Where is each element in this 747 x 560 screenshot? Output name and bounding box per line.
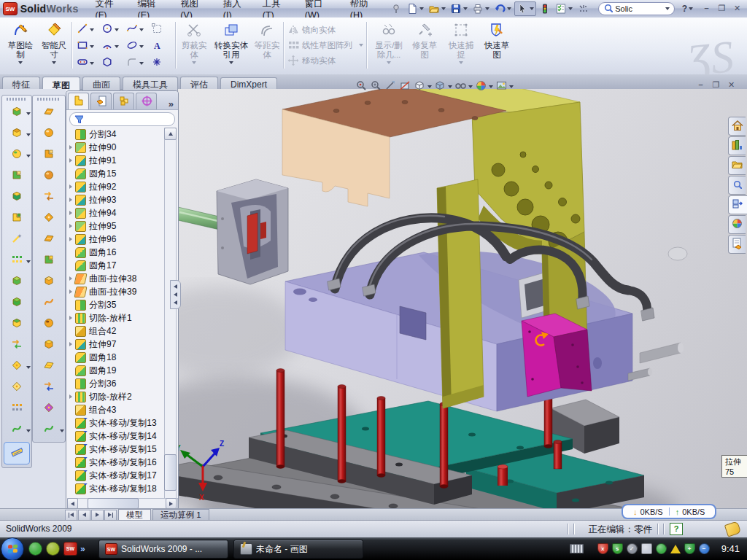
ribbon-button-镜向实体[interactable]: 镜向实体	[287, 23, 363, 36]
tree-item-实体-移动/复制14[interactable]: 实体-移动/复制14	[68, 429, 165, 443]
ellipse-icon-caret[interactable]	[139, 45, 144, 48]
zoom-to-fit-icon[interactable]	[355, 79, 368, 94]
线性草图阵列-caret[interactable]	[359, 44, 363, 47]
view-orientation-icon-caret[interactable]	[427, 85, 432, 88]
print-icon[interactable]	[471, 2, 491, 15]
ribbon-button-智能尺寸[interactable]: 智能尺寸	[38, 20, 70, 70]
print-icon-caret[interactable]	[485, 7, 489, 10]
model-tab-运动算例 1[interactable]: 运动算例 1	[152, 509, 209, 521]
design-library-icon[interactable]	[728, 136, 746, 155]
ribbon-button-草图绘制[interactable]: 草图绘制	[4, 20, 36, 70]
ribbon-button-显示/删除几...[interactable]: 显示/删除几...	[371, 20, 407, 70]
tree-item-曲面-拉伸38[interactable]: 曲面-拉伸38	[68, 272, 165, 285]
features-toolbar-tool-12[interactable]	[2, 335, 31, 356]
features-toolbar-tool-9[interactable]	[2, 271, 31, 292]
expand-arrow-icon[interactable]	[68, 211, 74, 215]
expand-arrow-icon[interactable]	[68, 237, 74, 241]
tree-item-分割34[interactable]: 分割34	[68, 128, 165, 141]
graphics-viewport[interactable]: Y Z X 拉伸75	[177, 89, 747, 508]
save-icon[interactable]	[449, 2, 469, 15]
open-icon-caret[interactable]	[441, 7, 446, 10]
dimxpertmanager-icon[interactable]	[136, 93, 157, 109]
display-style-icon[interactable]	[433, 79, 453, 94]
tab-scroll-button-2[interactable]	[78, 510, 90, 521]
expand-arrow-icon[interactable]	[68, 145, 74, 149]
rebuild-traffic-light-icon[interactable]	[538, 2, 552, 15]
select-cursor-icon-caret[interactable]	[530, 7, 534, 10]
line-icon[interactable]	[74, 22, 99, 37]
save-icon-caret[interactable]	[463, 7, 468, 10]
ribbon-button-剪裁实体[interactable]: 剪裁实体	[178, 20, 210, 70]
arc-icon-caret[interactable]	[115, 45, 119, 48]
expand-arrow-icon[interactable]	[68, 184, 74, 189]
appearances-icon[interactable]	[474, 79, 494, 94]
zoom-to-area-icon[interactable]	[369, 79, 383, 94]
tool-caret[interactable]	[26, 429, 31, 432]
tag-icon[interactable]	[724, 521, 741, 537]
tree-item-分割36[interactable]: 分割36	[68, 377, 165, 390]
rectangle-icon[interactable]	[74, 39, 99, 54]
features-toolbar-tool-7[interactable]	[2, 229, 31, 250]
hscroll-left-button[interactable]	[67, 498, 78, 509]
features-toolbar-tool-3[interactable]	[2, 144, 31, 166]
doc-minimize-button[interactable]: –	[694, 80, 707, 90]
tree-item-圆角18[interactable]: 圆角18	[68, 351, 165, 364]
line-icon-caret[interactable]	[90, 28, 94, 31]
features-toolbar-grip[interactable]	[7, 98, 27, 101]
剪裁实体-caret[interactable]	[192, 61, 196, 64]
panel-splitter-handle[interactable]	[170, 280, 181, 309]
tree-item-拉伸90[interactable]: 拉伸90	[68, 141, 165, 154]
转换实体引用-caret[interactable]	[229, 61, 233, 64]
apply-scene-icon-caret[interactable]	[509, 85, 514, 88]
vscroll-thumb[interactable]	[164, 454, 177, 491]
tree-item-拉伸93[interactable]: 拉伸93	[68, 193, 165, 206]
vscroll-up-button[interactable]	[164, 128, 177, 140]
start-button[interactable]	[1, 537, 24, 560]
expand-arrow-icon[interactable]	[68, 158, 74, 163]
features-toolbar-tool-15[interactable]	[2, 398, 31, 419]
search-value[interactable]: Solic	[615, 4, 663, 13]
expand-arrow-icon[interactable]	[68, 394, 74, 399]
doc-close-button[interactable]: ✕	[725, 80, 738, 90]
apply-scene-icon[interactable]	[495, 79, 514, 94]
polygon-icon[interactable]	[99, 55, 124, 71]
security-alert-icon[interactable]: x	[597, 543, 608, 554]
tool-caret[interactable]	[26, 366, 31, 369]
mold-toolbar-tool-9[interactable]	[33, 271, 65, 292]
features-toolbar-tool-6[interactable]	[2, 208, 31, 229]
ribbon-button-线性草图阵列[interactable]: 线性草图阵列	[287, 39, 363, 52]
toolbar-options-icon[interactable]	[576, 2, 590, 15]
model-3d-view[interactable]: Y Z X	[178, 89, 747, 508]
tree-item-拉伸91[interactable]: 拉伸91	[68, 154, 165, 167]
features-toolbar-tool-13[interactable]	[2, 356, 31, 377]
point-icon[interactable]	[149, 55, 174, 71]
open-icon[interactable]	[427, 2, 447, 15]
tree-item-圆角15[interactable]: 圆角15	[68, 167, 165, 180]
tree-item-拉伸92[interactable]: 拉伸92	[68, 180, 165, 193]
window-close-button[interactable]: ✕	[731, 4, 743, 14]
circle-icon[interactable]	[99, 22, 124, 37]
ribbon-button-修复草图[interactable]: 修复草图	[409, 20, 441, 70]
mold-toolbar-tool-12[interactable]	[33, 335, 65, 356]
tree-item-组合42[interactable]: 组合42	[68, 324, 165, 338]
help-button[interactable]: ?	[681, 4, 694, 14]
features-toolbar-tool-1[interactable]	[2, 102, 31, 123]
update-warning-icon[interactable]	[670, 545, 681, 553]
features-toolbar-tool-5[interactable]	[2, 187, 31, 208]
expand-arrow-icon[interactable]	[68, 316, 74, 320]
spline-icon-caret[interactable]	[139, 28, 144, 31]
tree-item-圆角16[interactable]: 圆角16	[68, 246, 165, 259]
mold-toolbar-grip[interactable]	[37, 98, 61, 101]
expand-arrow-icon[interactable]	[68, 198, 74, 202]
tree-item-分割35[interactable]: 分割35	[68, 298, 165, 311]
ribbon-button-快速草图[interactable]: 快速草图	[480, 20, 514, 70]
antivirus-shield-icon[interactable]: s	[612, 543, 623, 554]
tree-item-拉伸95[interactable]: 拉伸95	[68, 219, 165, 233]
features-toolbar-tool-14[interactable]	[2, 377, 31, 398]
select-cursor-icon[interactable]	[514, 1, 536, 16]
display-style-icon-caret[interactable]	[448, 85, 452, 88]
appearances-icon-caret[interactable]	[489, 85, 493, 88]
mold-toolbar-tool-10[interactable]	[33, 292, 65, 314]
tab-scroll-button-4[interactable]	[104, 510, 117, 521]
options-checklist-icon[interactable]	[554, 2, 574, 15]
